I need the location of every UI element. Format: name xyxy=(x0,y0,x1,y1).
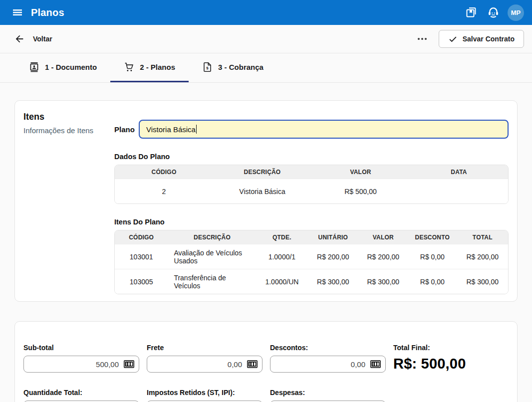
total-final-label: Total Final: xyxy=(393,344,509,352)
invoice-dollar-icon: $ xyxy=(202,62,213,72)
user-avatar[interactable]: MP xyxy=(508,4,524,21)
subtotal-input[interactable] xyxy=(23,356,139,373)
back-button[interactable]: Voltar xyxy=(14,33,52,44)
quantidade-field: Quantidade Total: 3D xyxy=(23,389,139,402)
cell-desconto: R$ 0,00 xyxy=(408,269,457,294)
arrow-left-icon xyxy=(14,33,25,44)
tab-bar: 1 - Documento 2 - Planos $ 3 - Cobrança xyxy=(0,53,532,83)
text-caret xyxy=(196,125,197,134)
total-final-value: R$: 500,00 xyxy=(393,356,509,372)
cell-total: R$ 200,00 xyxy=(457,244,508,269)
cell-unitario: R$ 300,00 xyxy=(307,269,358,294)
plano-label: Plano xyxy=(114,125,139,134)
table-header-row: CÓDIGO DESCRIÇÃO QTDE. UNITÁRIO VALOR DE… xyxy=(115,230,508,244)
impostos-label: Impostos Retidos (ST, IPI): xyxy=(147,389,263,397)
itens-subtitle: Informações de Itens xyxy=(23,125,114,137)
appbar-actions: MP xyxy=(464,4,524,21)
tab-cobranca-label: 3 - Cobrança xyxy=(218,63,264,71)
itens-card: Itens Informações de Itens Plano Vistori… xyxy=(14,100,518,302)
totals-card: Sub-total xyxy=(14,321,518,402)
money-keypad-icon xyxy=(247,360,258,368)
col-header: CÓDIGO xyxy=(115,230,168,244)
tab-documento[interactable]: 1 - Documento xyxy=(15,53,110,82)
impostos-field: Impostos Retidos (ST, IPI): xyxy=(147,389,263,402)
contacts-icon xyxy=(29,62,39,72)
shopping-cart-icon xyxy=(124,62,134,72)
svg-text:$: $ xyxy=(206,66,209,70)
col-header: DESCRIÇÃO xyxy=(213,165,311,179)
descontos-input[interactable] xyxy=(270,356,386,373)
frete-field: Frete xyxy=(147,344,263,373)
table-row[interactable]: 2 Vistoria Básica R$ 500,00 xyxy=(115,179,508,203)
subtotal-field: Sub-total xyxy=(23,344,139,373)
cell-unitario: R$ 200,00 xyxy=(307,244,358,269)
cell-codigo: 2 xyxy=(115,179,213,203)
cell-descricao: Avaliação de Veículos Usados xyxy=(168,244,256,269)
col-header: VALOR xyxy=(359,230,408,244)
col-header: UNITÁRIO xyxy=(307,230,358,244)
tab-cobranca[interactable]: $ 3 - Cobrança xyxy=(189,53,277,82)
col-header: DATA xyxy=(410,165,508,179)
quantidade-label: Quantidade Total: xyxy=(23,389,139,397)
cell-desconto: R$ 0,00 xyxy=(408,244,457,269)
col-header: CÓDIGO xyxy=(115,165,213,179)
tab-planos[interactable]: 2 - Planos xyxy=(110,53,189,82)
descontos-label: Descontos: xyxy=(270,344,386,352)
itens-do-plano-table: CÓDIGO DESCRIÇÃO QTDE. UNITÁRIO VALOR DE… xyxy=(114,230,509,294)
frete-label: Frete xyxy=(147,344,263,352)
toolbar: Voltar Salvar Contrato xyxy=(0,25,532,53)
subtotal-label: Sub-total xyxy=(23,344,139,352)
table-row[interactable]: 103005 Transferência de Veículos 1.0000/… xyxy=(115,269,508,294)
col-header: TOTAL xyxy=(457,230,508,244)
descontos-field: Descontos: xyxy=(270,344,386,373)
col-header: VALOR xyxy=(311,165,410,179)
money-keypad-icon xyxy=(370,360,381,368)
cell-valor: R$ 500,00 xyxy=(311,179,410,203)
save-contract-button[interactable]: Salvar Contrato xyxy=(439,30,524,48)
tab-documento-label: 1 - Documento xyxy=(45,63,97,71)
cell-descricao: Transferência de Veículos xyxy=(168,269,256,294)
plano-input[interactable]: Vistoria Básica xyxy=(139,120,509,139)
check-icon xyxy=(448,34,458,44)
plano-input-value: Vistoria Básica xyxy=(146,125,196,134)
screen: Planos MP xyxy=(0,0,532,402)
tab-planos-label: 2 - Planos xyxy=(140,63,175,71)
dados-do-plano-table: CÓDIGO DESCRIÇÃO VALOR DATA 2 Vistoria B… xyxy=(114,165,509,204)
content-area: Itens Informações de Itens Plano Vistori… xyxy=(0,83,532,402)
save-contract-label: Salvar Contrato xyxy=(463,35,515,43)
cell-valor: R$ 300,00 xyxy=(359,269,408,294)
col-header: QTDE. xyxy=(257,230,307,244)
page-title: Planos xyxy=(31,7,64,18)
despesas-label: Despesas: xyxy=(270,389,386,397)
cell-codigo: 103001 xyxy=(115,244,168,269)
table-row[interactable]: 103001 Avaliação de Veículos Usados 1.00… xyxy=(115,244,508,269)
cell-total: R$ 300,00 xyxy=(457,269,508,294)
cell-qtde: 1.0000/1 xyxy=(257,244,307,269)
dados-do-plano-title: Dados Do Plano xyxy=(114,153,509,161)
cell-codigo: 103005 xyxy=(115,269,168,294)
hamburger-menu-icon[interactable] xyxy=(11,6,24,19)
grid-spacer xyxy=(393,389,509,402)
money-keypad-icon xyxy=(124,360,134,368)
frete-input[interactable] xyxy=(147,356,263,373)
collections-bookmark-icon[interactable] xyxy=(464,5,479,20)
cell-valor: R$ 200,00 xyxy=(359,244,408,269)
support-agent-icon[interactable] xyxy=(486,5,501,20)
cell-data xyxy=(410,179,508,203)
back-label: Voltar xyxy=(33,35,52,43)
total-final-field: Total Final: R$: 500,00 xyxy=(393,344,509,373)
col-header: DESCRIÇÃO xyxy=(168,230,256,244)
cell-qtde: 1.0000/UN xyxy=(257,269,307,294)
col-header: DESCONTO xyxy=(408,230,457,244)
more-options-icon[interactable] xyxy=(416,35,429,43)
itens-title: Itens xyxy=(23,112,114,122)
cell-descricao: Vistoria Básica xyxy=(213,179,311,203)
table-header-row: CÓDIGO DESCRIÇÃO VALOR DATA xyxy=(115,165,508,179)
itens-do-plano-title: Itens Do Plano xyxy=(114,218,509,226)
app-header: Planos MP xyxy=(0,0,532,25)
despesas-field: Despesas: xyxy=(270,389,386,402)
